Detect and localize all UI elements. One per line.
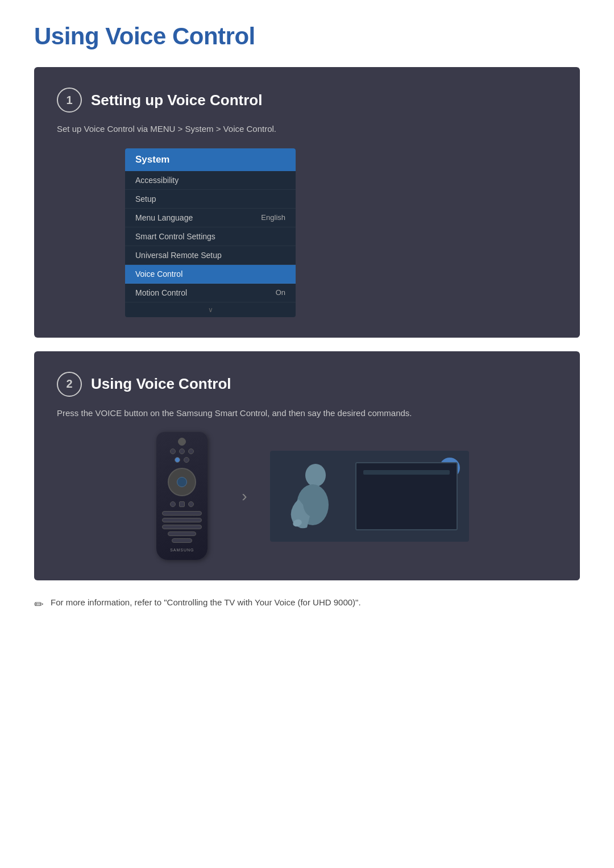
remote-vol-row xyxy=(175,457,189,463)
remote-btn-menu xyxy=(179,448,185,454)
remote-btn-guide xyxy=(188,501,194,507)
menu-item-voice-control[interactable]: Voice Control xyxy=(125,265,296,284)
tv-menu-header: System xyxy=(125,148,296,171)
step1-description: Set up Voice Control via MENU > System >… xyxy=(57,123,557,136)
step-arrow-icon: › xyxy=(242,487,247,505)
menu-item-label: Accessibility xyxy=(135,176,179,185)
remote-body: SAMSUNG xyxy=(156,432,208,560)
menu-item-label: Setup xyxy=(135,194,156,203)
step1-title: Setting up Voice Control xyxy=(91,92,262,109)
remote-btn-source xyxy=(188,448,194,454)
menu-item-label: Universal Remote Setup xyxy=(135,251,222,260)
person-silhouette xyxy=(281,459,338,533)
tv-screen-box xyxy=(355,462,458,530)
remote-rect-5 xyxy=(172,538,192,543)
remote-samsung-label: SAMSUNG xyxy=(170,548,194,552)
menu-item-motion-control[interactable]: Motion Control On xyxy=(125,284,296,302)
menu-item-label: Menu Language xyxy=(135,213,193,222)
remote-mid-row xyxy=(170,501,194,507)
note-pencil-icon: ✏ xyxy=(34,597,44,611)
step2-card: 2 Using Voice Control Press the VOICE bu… xyxy=(34,351,580,581)
remote-btn-back xyxy=(170,501,176,507)
step1-card: 1 Setting up Voice Control Set up Voice … xyxy=(34,67,580,338)
note-text: For more information, refer to "Controll… xyxy=(51,596,361,609)
remote-power-btn xyxy=(178,438,186,446)
note-section: ✏ For more information, refer to "Contro… xyxy=(34,594,580,611)
remote-rect-2 xyxy=(162,518,202,522)
person-tv-area xyxy=(270,451,469,542)
remote-rect-group xyxy=(162,511,202,543)
remote-btn-up xyxy=(184,457,189,463)
tv-system-menu: System Accessibility Setup Menu Language… xyxy=(125,148,296,317)
remote-btn-search xyxy=(170,448,176,454)
illustration-area: SAMSUNG › xyxy=(57,432,557,560)
remote-btn-grid xyxy=(179,501,185,507)
remote-control-illustration: SAMSUNG xyxy=(145,432,219,560)
menu-item-universal-remote[interactable]: Universal Remote Setup xyxy=(125,246,296,265)
step2-description: Press the VOICE button on the Samsung Sm… xyxy=(57,407,557,420)
remote-icon-row xyxy=(170,448,194,454)
remote-btn-plus xyxy=(175,457,180,463)
svg-point-3 xyxy=(305,464,326,487)
menu-item-setup[interactable]: Setup xyxy=(125,190,296,209)
menu-item-value: On xyxy=(276,288,285,297)
menu-item-label: Smart Control Settings xyxy=(135,232,215,241)
remote-rect-4 xyxy=(168,531,196,536)
menu-item-value: English xyxy=(261,213,285,222)
remote-dpad xyxy=(168,468,196,496)
step2-title: Using Voice Control xyxy=(91,375,231,393)
remote-dpad-center xyxy=(177,477,187,487)
remote-rect-1 xyxy=(162,511,202,516)
remote-top-row xyxy=(178,438,186,446)
step2-header: 2 Using Voice Control xyxy=(57,372,557,397)
menu-chevron-down: ∨ xyxy=(125,302,296,317)
step1-header: 1 Setting up Voice Control xyxy=(57,88,557,113)
menu-item-label: Motion Control xyxy=(135,288,187,297)
menu-item-smart-control[interactable]: Smart Control Settings xyxy=(125,227,296,246)
menu-item-label: Voice Control xyxy=(135,269,182,279)
menu-item-accessibility[interactable]: Accessibility xyxy=(125,171,296,190)
step1-number: 1 xyxy=(57,88,82,113)
page-title: Using Voice Control xyxy=(34,23,580,50)
tv-screen-bar xyxy=(363,470,450,475)
remote-rect-3 xyxy=(162,525,202,529)
menu-item-menu-language[interactable]: Menu Language English xyxy=(125,209,296,227)
step2-number: 2 xyxy=(57,372,82,397)
